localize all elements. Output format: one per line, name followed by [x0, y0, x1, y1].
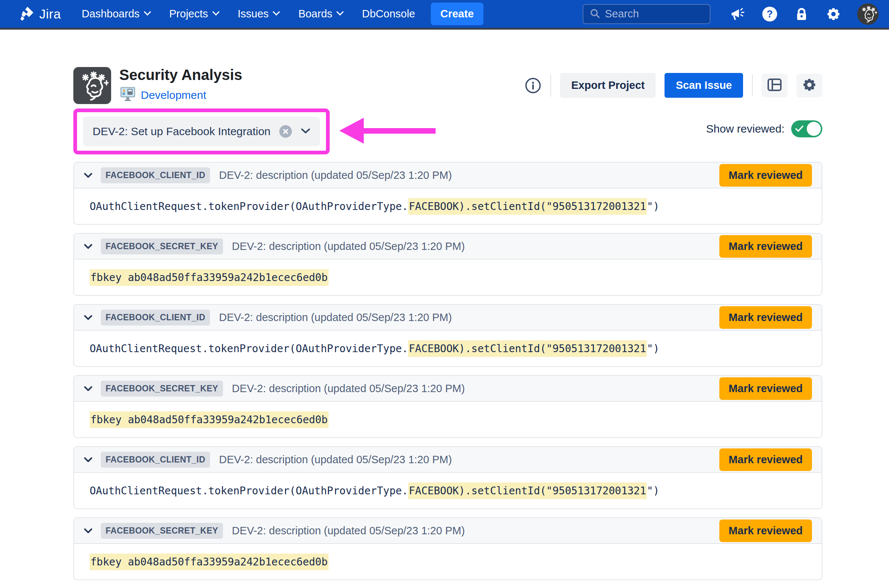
finding-description: DEV-2: description (updated 05/Sep/23 1:… — [232, 240, 465, 252]
finding-header: FACEBOOK_SECRET_KEY DEV-2: description (… — [74, 518, 821, 544]
finding-header: FACEBOOK_CLIENT_ID DEV-2: description (u… — [74, 305, 821, 331]
chevron-down-icon[interactable] — [301, 128, 311, 135]
secret-highlight: FACEBOOK).setClientId("950513172001321 — [408, 198, 647, 215]
finding-code-snippet: fbkey ab048ad50ffa33959a242b1ecec6ed0b — [90, 414, 329, 426]
page-header: Security Analysis — [74, 67, 822, 104]
finding-card: FACEBOOK_SECRET_KEY DEV-2: description (… — [74, 233, 822, 296]
finding-card: FACEBOOK_SECRET_KEY DEV-2: description (… — [74, 375, 822, 438]
search-input[interactable] — [605, 8, 704, 20]
finding-description: DEV-2: description (updated 05/Sep/23 1:… — [232, 382, 465, 395]
secret-highlight: FACEBOOK).setClientId("950513172001321 — [408, 483, 647, 499]
nav-item-dashboards[interactable]: Dashboards — [81, 8, 150, 20]
lock-icon[interactable] — [793, 6, 810, 22]
issue-select-value: DEV-2: Set up Facebook Integration — [93, 125, 270, 138]
finding-description: DEV-2: description (updated 05/Sep/23 1:… — [219, 311, 452, 324]
finding-code-snippet: OAuthClientRequest.tokenProvider(OAuthPr… — [90, 200, 659, 213]
page-title: Security Analysis — [119, 67, 242, 83]
finding-body: fbkey ab048ad50ffa33959a242b1ecec6ed0b — [74, 260, 821, 295]
page-settings-button[interactable] — [796, 74, 822, 98]
finding-body: fbkey ab048ad50ffa33959a242b1ecec6ed0b — [74, 544, 821, 579]
toggle-knob — [807, 122, 821, 136]
mark-reviewed-button[interactable]: Mark reviewed — [719, 448, 812, 471]
finding-card: FACEBOOK_CLIENT_ID DEV-2: description (u… — [74, 162, 822, 225]
divider — [752, 74, 753, 97]
mark-reviewed-button[interactable]: Mark reviewed — [719, 306, 812, 329]
breadcrumb: Development — [119, 86, 242, 104]
nav-item-dbconsole[interactable]: DbConsole — [362, 8, 415, 20]
issue-select-dropdown[interactable]: DEV-2: Set up Facebook Integration — [83, 117, 320, 146]
finding-card: FACEBOOK_CLIENT_ID DEV-2: description (u… — [74, 304, 822, 367]
finding-body: OAuthClientRequest.tokenProvider(OAuthPr… — [74, 189, 821, 224]
finding-description: DEV-2: description (updated 05/Sep/23 1:… — [219, 454, 452, 466]
secret-highlight: fbkey ab048ad50ffa33959a242b1ecec6ed0b — [90, 269, 329, 286]
annotated-issue-filter: DEV-2: Set up Facebook Integration — [74, 108, 436, 154]
user-avatar[interactable] — [857, 3, 878, 25]
collapse-chevron-icon[interactable] — [84, 457, 93, 462]
scan-issue-button[interactable]: Scan Issue — [665, 73, 743, 98]
finding-type-badge: FACEBOOK_SECRET_KEY — [101, 381, 223, 397]
nav-item-projects[interactable]: Projects — [169, 8, 219, 20]
mark-reviewed-button[interactable]: Mark reviewed — [719, 377, 812, 400]
divider — [550, 74, 551, 97]
finding-card: FACEBOOK_CLIENT_ID DEV-2: description (u… — [74, 446, 822, 509]
finding-type-badge: FACEBOOK_CLIENT_ID — [101, 167, 210, 183]
info-icon[interactable] — [524, 77, 542, 94]
nav-item-issues[interactable]: Issues — [238, 8, 279, 20]
svg-text:?: ? — [767, 9, 773, 20]
gear-icon — [801, 76, 817, 94]
project-monitor-icon — [119, 86, 136, 104]
finding-body: OAuthClientRequest.tokenProvider(OAuthPr… — [74, 473, 821, 508]
annotation-arrow — [339, 115, 436, 148]
jira-brand[interactable]: Jira — [18, 5, 61, 23]
layout-icon — [767, 78, 782, 93]
finding-card: FACEBOOK_SECRET_KEY DEV-2: description (… — [74, 517, 822, 580]
collapse-chevron-icon[interactable] — [84, 315, 93, 320]
finding-code-snippet: OAuthClientRequest.tokenProvider(OAuthPr… — [90, 342, 659, 355]
collapse-chevron-icon[interactable] — [84, 528, 93, 534]
layout-view-button[interactable] — [761, 74, 787, 98]
finding-description: DEV-2: description (updated 05/Sep/23 1:… — [232, 525, 465, 537]
mark-reviewed-button[interactable]: Mark reviewed — [719, 519, 812, 542]
finding-header: FACEBOOK_CLIENT_ID DEV-2: description (u… — [74, 162, 821, 189]
finding-code-snippet: fbkey ab048ad50ffa33959a242b1ecec6ed0b — [90, 272, 329, 284]
help-icon[interactable]: ? — [761, 6, 778, 22]
collapse-chevron-icon[interactable] — [84, 386, 93, 392]
finding-body: fbkey ab048ad50ffa33959a242b1ecec6ed0b — [74, 402, 821, 437]
navbar-right: ? — [583, 3, 878, 25]
breadcrumb-link-development[interactable]: Development — [141, 89, 206, 102]
announcement-icon[interactable] — [730, 6, 746, 22]
top-navbar: Jira Dashboards Projects Issues Boards D… — [0, 0, 889, 30]
show-reviewed-toggle[interactable] — [791, 120, 822, 137]
finding-code-snippet: fbkey ab048ad50ffa33959a242b1ecec6ed0b — [90, 556, 329, 568]
finding-type-badge: FACEBOOK_SECRET_KEY — [101, 523, 223, 539]
finding-body: OAuthClientRequest.tokenProvider(OAuthPr… — [74, 331, 821, 366]
show-reviewed-control: Show reviewed: — [706, 120, 822, 137]
finding-description: DEV-2: description (updated 05/Sep/23 1:… — [219, 169, 452, 182]
secret-highlight: fbkey ab048ad50ffa33959a242b1ecec6ed0b — [90, 411, 329, 428]
export-project-button[interactable]: Export Project — [560, 73, 656, 98]
mark-reviewed-button[interactable]: Mark reviewed — [719, 235, 812, 258]
nav-item-boards[interactable]: Boards — [298, 8, 342, 20]
settings-icon[interactable] — [825, 6, 842, 22]
secret-highlight: fbkey ab048ad50ffa33959a242b1ecec6ed0b — [90, 554, 329, 570]
clear-selection-icon[interactable] — [279, 125, 292, 138]
finding-type-badge: FACEBOOK_CLIENT_ID — [101, 309, 210, 326]
brand-name: Jira — [39, 7, 61, 21]
nav-menu: Dashboards Projects Issues Boards DbCons… — [81, 8, 415, 20]
annotation-highlight-box: DEV-2: Set up Facebook Integration — [74, 108, 330, 154]
mark-reviewed-button[interactable]: Mark reviewed — [719, 164, 812, 187]
finding-header: FACEBOOK_CLIENT_ID DEV-2: description (u… — [74, 447, 821, 473]
finding-type-badge: FACEBOOK_SECRET_KEY — [101, 238, 223, 254]
finding-type-badge: FACEBOOK_CLIENT_ID — [101, 452, 210, 468]
show-reviewed-label: Show reviewed: — [706, 123, 785, 135]
collapse-chevron-icon[interactable] — [84, 172, 93, 178]
finding-header: FACEBOOK_SECRET_KEY DEV-2: description (… — [74, 234, 821, 260]
project-avatar — [74, 67, 111, 104]
collapse-chevron-icon[interactable] — [84, 244, 93, 249]
jira-logo-icon — [18, 5, 35, 23]
global-search[interactable] — [583, 4, 710, 24]
create-button[interactable]: Create — [431, 3, 484, 25]
finding-header: FACEBOOK_SECRET_KEY DEV-2: description (… — [74, 376, 821, 402]
search-icon — [589, 8, 601, 20]
secret-highlight: FACEBOOK).setClientId("950513172001321 — [408, 340, 647, 357]
